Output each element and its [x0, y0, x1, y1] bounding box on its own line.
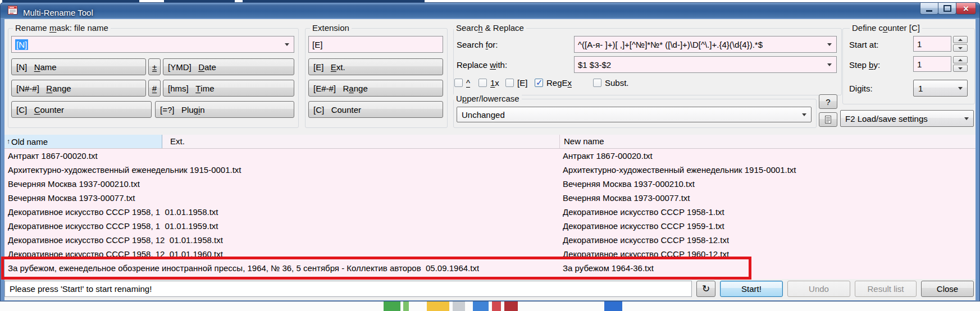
replace-with-combobox[interactable]: $1 $3-$2	[574, 56, 837, 73]
extension-group-label: Extension	[310, 23, 352, 33]
maximize-button[interactable]	[938, 3, 956, 15]
spin-down-icon[interactable]	[953, 44, 968, 52]
search-for-value: ^([А-я- ]+)[ ,]+[^№]*№* ([\d-]+)\D[^\.]+…	[578, 40, 763, 49]
close-window-button[interactable]: ×	[956, 3, 976, 15]
search-for-combobox[interactable]: ^([А-я- ]+)[ ,]+[^№]*№* ([\d-]+)\D[^\.]+…	[574, 36, 837, 53]
chevron-down-icon[interactable]	[827, 43, 832, 46]
chevron-down-icon[interactable]	[964, 117, 969, 120]
plus-minus-button[interactable]: ±	[148, 58, 161, 75]
taskbar-icon-fragment	[427, 301, 449, 311]
table-row[interactable]: Антракт 1867-00020.txtАнтракт 1867-00020…	[4, 149, 976, 163]
old-name-cell: Декоративное искусство СССР 1958, 1 01.0…	[8, 205, 218, 219]
step-by-value: 1	[917, 60, 922, 69]
chevron-down-icon[interactable]	[827, 63, 832, 66]
step-by-spinner[interactable]	[953, 56, 968, 72]
insert-date-button[interactable]: [YMD] Date	[163, 58, 294, 75]
result-list-button-label: Result list	[867, 284, 904, 294]
result-list-button[interactable]: Result list	[855, 281, 917, 297]
regex-checkbox[interactable]	[535, 79, 543, 87]
table-row[interactable]: Архитектурно-художественный еженедельник…	[4, 163, 976, 177]
undo-button-label: Undo	[809, 284, 829, 294]
old-name-cell: Антракт 1867-00020.txt	[8, 149, 98, 163]
chevron-down-icon[interactable]	[958, 87, 963, 90]
spin-down-icon[interactable]	[953, 65, 968, 72]
list-header: ↑ Old name Ext. New name	[4, 135, 976, 149]
table-row[interactable]: Декоративное искусство СССР 1958, 1 01.0…	[4, 205, 976, 219]
start-at-spinner[interactable]	[953, 36, 968, 52]
old-name-cell: Декоративное искусство СССР 1958, 1 01.0…	[8, 219, 218, 233]
replace-with-label: Replace with:	[457, 60, 507, 70]
help-button[interactable]: ?	[819, 94, 837, 109]
column-header-old-name-label: Old name	[11, 137, 48, 147]
new-name-cell: Декоративное искусство СССР 1958-12.txt	[563, 233, 729, 247]
close-icon: ×	[963, 4, 969, 13]
load-save-settings-combobox[interactable]: F2 Load/save settings	[840, 110, 974, 127]
subst-checkbox[interactable]	[593, 79, 601, 87]
edit-case-button[interactable]	[819, 112, 837, 127]
insert-ext-range-button[interactable]: [E#-#] Range	[308, 80, 443, 97]
close-button[interactable]: Close	[921, 281, 974, 297]
status-message: Please press 'Start!' to start renaming!	[10, 284, 152, 294]
taskbar-icon-fragment	[473, 301, 489, 311]
minimize-icon	[926, 10, 932, 12]
column-header-new-name[interactable]: New name	[564, 136, 604, 146]
table-row[interactable]: Декоративное искусство СССР 1958, 1 01.0…	[4, 219, 976, 233]
minimize-button[interactable]	[920, 3, 938, 15]
replace-with-value: $1 $3-$2	[578, 60, 611, 70]
document-icon	[824, 116, 832, 124]
red-highlight-box	[1, 257, 751, 280]
start-button[interactable]: Start!	[720, 281, 783, 297]
caret-checkbox-label: ^	[466, 78, 470, 88]
reload-button[interactable]: ↻	[696, 281, 715, 297]
hash-button[interactable]: #	[148, 80, 161, 97]
digits-combobox[interactable]: 1	[913, 80, 968, 97]
load-save-settings-label: F2 Load/save settings	[845, 114, 928, 124]
ext-checkbox[interactable]	[505, 79, 514, 87]
help-button-label: ?	[826, 97, 830, 107]
insert-name-range-button[interactable]: [N#-#] Range	[11, 80, 146, 97]
search-replace-group-label: Search & Replace	[454, 23, 526, 33]
rename-mask-group-label: Rename mask: file name	[13, 23, 111, 33]
insert-plugin-button[interactable]: [=?] Plugin	[155, 101, 294, 118]
taskbar-icon-fragment	[403, 301, 409, 311]
title-bar[interactable]: Multi-Rename Tool	[1, 3, 979, 18]
caret-checkbox[interactable]	[454, 79, 463, 87]
once-checkbox[interactable]	[478, 79, 487, 87]
extension-mask-field[interactable]: [E]	[308, 36, 443, 53]
taskbar-icon-fragment	[504, 301, 518, 311]
insert-time-button[interactable]: [hms] Time	[163, 80, 294, 97]
case-combobox[interactable]: Unchanged	[457, 107, 812, 122]
refresh-icon: ↻	[702, 283, 710, 295]
chevron-down-icon[interactable]	[285, 43, 289, 46]
insert-counter-button[interactable]: [C] Counter	[11, 101, 152, 118]
taskbar-icon-fragment	[492, 301, 501, 311]
start-at-field[interactable]: 1	[913, 36, 951, 52]
column-header-ext[interactable]: Ext.	[170, 136, 185, 146]
taskbar-icon-fragment	[604, 301, 622, 311]
rename-mask-combobox[interactable]: [N]	[11, 36, 294, 53]
new-name-cell: Вечерняя Москва 1973-00077.txt	[563, 191, 690, 205]
spin-up-icon[interactable]	[953, 36, 968, 43]
column-divider[interactable]	[559, 135, 560, 148]
old-name-cell: Декоративное искусство СССР 1958, 12 01.…	[8, 233, 223, 247]
table-row[interactable]: Декоративное искусство СССР 1958, 12 01.…	[4, 233, 976, 247]
undo-button[interactable]: Undo	[787, 281, 850, 297]
old-name-cell: Вечерняя Москва 1973-00077.txt	[8, 191, 135, 205]
table-row[interactable]: Вечерняя Москва 1937-000210.txtВечерняя …	[4, 177, 976, 191]
spin-up-icon[interactable]	[953, 56, 968, 63]
taskbar-icon-fragment	[453, 301, 465, 311]
insert-ext-button[interactable]: [E] Ext.	[308, 58, 443, 75]
column-header-old-name[interactable]: ↑ Old name	[4, 135, 162, 148]
new-name-cell: Архитектурно-художественный еженедельник…	[563, 163, 796, 177]
step-by-field[interactable]: 1	[913, 56, 951, 72]
new-name-cell: Декоративное искусство СССР 1959-1.txt	[563, 219, 724, 233]
subst-checkbox-label: Subst.	[605, 78, 629, 88]
insert-name-button[interactable]: [N] Name	[11, 58, 146, 75]
case-value: Unchanged	[462, 110, 505, 120]
insert-ext-counter-button[interactable]: [C] Counter	[308, 101, 443, 118]
sort-ascending-icon: ↑	[7, 138, 10, 145]
case-group-label: Upper/lowercase	[454, 94, 522, 103]
table-row[interactable]: Вечерняя Москва 1973-00077.txtВечерняя М…	[4, 191, 976, 205]
chevron-down-icon[interactable]	[802, 113, 806, 116]
regex-checkbox-label: RegEx	[546, 78, 572, 88]
